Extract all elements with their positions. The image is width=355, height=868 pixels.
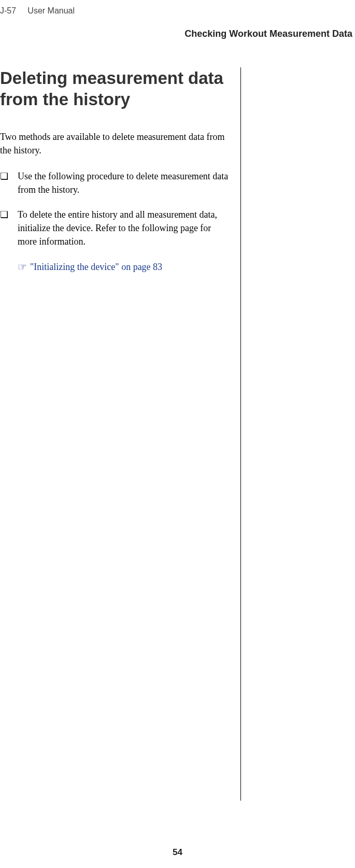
chapter-title: Checking Workout Measurement Data [184, 29, 352, 39]
intro-paragraph: Two methods are available to delete meas… [0, 130, 230, 157]
list-item-text: Use the following procedure to delete me… [18, 169, 230, 196]
hollow-square-bullet-icon: ❏ [0, 208, 18, 248]
cross-reference-link[interactable]: "Initializing the device" on page 83 [30, 261, 162, 274]
list-item: ❏ To delete the entire history and all m… [0, 208, 230, 248]
section-title: Deleting measurement data from the histo… [0, 67, 230, 110]
hollow-square-bullet-icon: ❏ [0, 169, 18, 196]
content-column: Deleting measurement data from the histo… [0, 67, 241, 801]
model-code: J-57 [0, 6, 16, 15]
manual-label: User Manual [27, 6, 75, 15]
pointing-hand-icon: ☞ [18, 260, 27, 274]
list-item: ❏ Use the following procedure to delete … [0, 169, 230, 196]
list-item-text: To delete the entire history and all mea… [18, 208, 230, 248]
header-left: J-57 User Manual [0, 6, 75, 16]
cross-reference: ☞ "Initializing the device" on page 83 [18, 260, 230, 274]
page-number: 54 [0, 847, 355, 858]
